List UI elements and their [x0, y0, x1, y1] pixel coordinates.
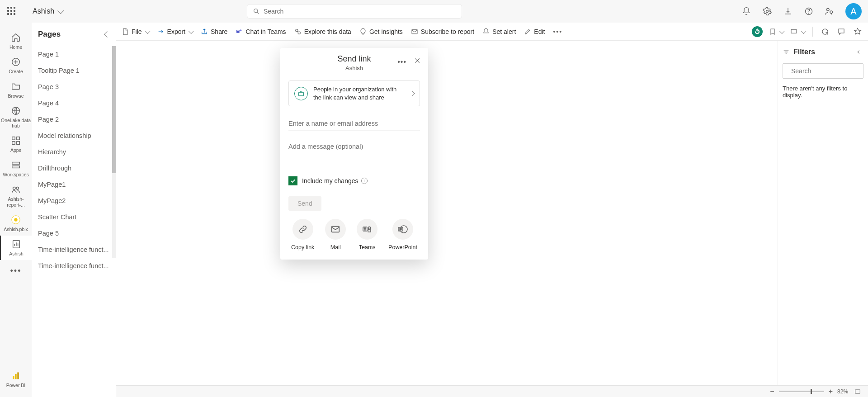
zoom-in-button[interactable]: + — [829, 388, 833, 396]
recipient-input[interactable] — [288, 116, 420, 131]
fit-page-button[interactable] — [853, 387, 863, 397]
help-icon[interactable] — [804, 6, 814, 16]
briefcase-icon — [294, 87, 308, 100]
download-icon[interactable] — [783, 6, 793, 16]
separator — [812, 27, 813, 37]
filters-panel: Filters There aren't any filters to disp… — [778, 41, 868, 385]
global-search-input[interactable] — [264, 8, 456, 15]
collapse-pages-icon[interactable] — [104, 31, 110, 38]
rail-more[interactable]: ••• — [0, 260, 32, 282]
page-item[interactable]: Tooltip Page 1 — [32, 62, 116, 79]
filters-title: Filters — [793, 48, 815, 56]
powerbi-icon — [11, 371, 21, 381]
teams-icon: T — [357, 219, 377, 240]
search-icon — [253, 8, 260, 15]
user-avatar[interactable]: A — [845, 3, 862, 19]
cmd-share[interactable]: Share — [201, 28, 227, 35]
refresh-button[interactable] — [820, 27, 830, 37]
dialog-close-button[interactable] — [414, 57, 421, 66]
page-item[interactable]: Page 1 — [32, 46, 116, 62]
page-item[interactable]: Page 3 — [32, 79, 116, 95]
svg-point-26 — [295, 29, 297, 31]
page-item[interactable]: Time-intelligence funct... — [32, 258, 116, 274]
cmd-chat-teams[interactable]: T Chat in Teams — [236, 28, 286, 35]
favorite-button[interactable] — [853, 27, 863, 37]
zoom-slider[interactable] — [779, 391, 824, 392]
global-search[interactable] — [247, 4, 462, 19]
page-item[interactable]: MyPage1 — [32, 176, 116, 193]
page-item[interactable]: Model relationship — [32, 128, 116, 144]
app-launcher-icon[interactable] — [7, 7, 16, 16]
expand-filters-icon[interactable] — [854, 47, 863, 57]
powerpoint-button[interactable]: P PowerPoint — [388, 219, 417, 250]
link-permissions-button[interactable]: People in your organization with the lin… — [288, 80, 420, 106]
cmd-view[interactable] — [790, 28, 805, 35]
svg-rect-13 — [12, 162, 20, 165]
rail-apps[interactable]: Apps — [0, 132, 32, 156]
cmd-subscribe[interactable]: Subscribe to report — [411, 28, 474, 35]
notifications-icon[interactable] — [741, 6, 751, 16]
teams-button[interactable]: T Teams — [357, 219, 377, 250]
cmd-bookmark[interactable] — [769, 28, 783, 35]
message-input[interactable] — [288, 140, 420, 172]
svg-point-4 — [809, 13, 809, 14]
svg-point-18 — [14, 218, 17, 221]
rail-onelake[interactable]: OneLake data hub — [0, 102, 32, 132]
pages-scrollbar-thumb[interactable] — [112, 46, 116, 173]
comment-button[interactable] — [836, 27, 846, 37]
rail-create[interactable]: Create — [0, 53, 32, 78]
mail-button[interactable]: Mail — [325, 219, 346, 250]
page-item[interactable]: Time-intelligence funct... — [32, 241, 116, 258]
zoom-out-button[interactable]: − — [770, 388, 774, 396]
cmd-export[interactable]: Export — [157, 28, 193, 35]
svg-rect-10 — [17, 137, 19, 140]
chevron-down-icon — [779, 28, 784, 33]
page-item[interactable]: Hierarchy — [32, 144, 116, 160]
people-group-icon — [11, 184, 21, 194]
svg-point-37 — [368, 227, 371, 229]
bulb-icon — [359, 28, 367, 35]
include-changes-checkbox[interactable] — [288, 176, 297, 185]
rail-home[interactable]: Home — [0, 29, 32, 53]
workspace-name-label: Ashish — [33, 7, 54, 15]
link-icon — [292, 219, 313, 240]
cmd-alert[interactable]: Set alert — [482, 28, 516, 35]
page-item[interactable]: MyPage2 — [32, 193, 116, 209]
pages-title: Pages — [38, 30, 61, 39]
cmd-more[interactable]: ••• — [553, 28, 562, 35]
rail-workspaces[interactable]: Workspaces — [0, 156, 32, 181]
page-item[interactable]: Page 4 — [32, 95, 116, 111]
rail-ashish-pbix[interactable]: Ashish.pbix — [0, 211, 32, 236]
dialog-more-button[interactable]: ••• — [397, 58, 406, 66]
cmd-edit[interactable]: Edit — [524, 28, 545, 35]
export-icon — [157, 28, 165, 35]
rail-browse[interactable]: Browse — [0, 78, 32, 102]
workspace-dropdown[interactable]: Ashish — [33, 7, 62, 15]
people-icon[interactable] — [825, 6, 835, 16]
filters-search[interactable] — [783, 63, 863, 79]
page-item[interactable]: Scatter Chart — [32, 209, 116, 225]
cmd-explore[interactable]: Explore this data — [294, 28, 351, 35]
reset-view-button[interactable] — [752, 26, 763, 37]
page-item[interactable]: Page 2 — [32, 111, 116, 128]
rail-powerbi[interactable]: Power BI — [0, 367, 32, 392]
page-item[interactable]: Drillthrough — [32, 160, 116, 176]
settings-icon[interactable] — [762, 6, 772, 16]
powerpoint-icon: P — [392, 219, 413, 240]
copy-link-button[interactable]: Copy link — [291, 219, 314, 250]
reset-icon — [754, 28, 760, 35]
more-icon: ••• — [10, 266, 22, 276]
zoom-slider-thumb[interactable] — [811, 389, 812, 394]
info-icon[interactable]: i — [361, 178, 368, 184]
rail-ashish-active[interactable]: Ashish — [0, 236, 32, 260]
chevron-down-icon — [801, 28, 806, 33]
svg-rect-29 — [791, 29, 797, 33]
send-button[interactable]: Send — [288, 196, 321, 211]
cmd-file[interactable]: File — [122, 28, 149, 35]
page-item[interactable]: Page 5 — [32, 225, 116, 241]
cmd-insights[interactable]: Get insights — [359, 28, 403, 35]
rail-ashish-report[interactable]: Ashish-report-... — [0, 181, 32, 211]
more-icon: ••• — [553, 28, 562, 35]
filters-search-input[interactable] — [791, 67, 868, 75]
chevron-down-icon — [145, 28, 150, 33]
